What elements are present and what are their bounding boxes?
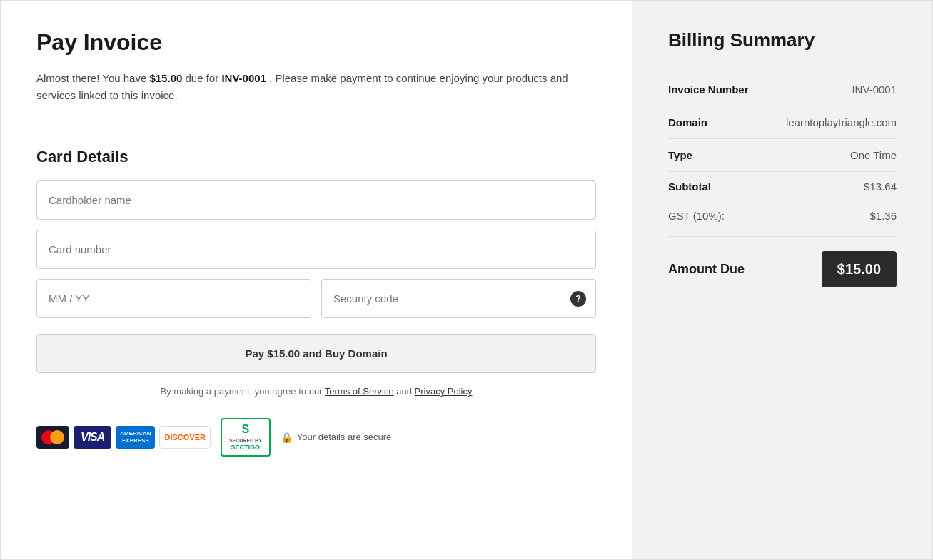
card-badges: VISA AMERICANEXPRESS DISCOVER — [36, 426, 211, 449]
lock-icon: 🔒 — [281, 432, 293, 443]
cardholder-group — [36, 180, 596, 220]
sectigo-line1: SECURED BY — [229, 437, 262, 444]
mc-circle-right — [50, 430, 64, 444]
type-value: One Time — [850, 149, 897, 161]
amount-due-row: Amount Due $15.00 — [668, 236, 897, 302]
security-code-input[interactable] — [321, 279, 596, 318]
intro-invoice-id: INV-0001 — [221, 72, 266, 84]
divider — [36, 126, 596, 126]
security-wrapper: ? — [321, 279, 596, 318]
terms-middle: and — [394, 386, 415, 397]
footer-badges: VISA AMERICANEXPRESS DISCOVER S SECURED … — [36, 418, 596, 457]
card-number-input[interactable] — [36, 230, 596, 269]
privacy-policy-link[interactable]: Privacy Policy — [415, 386, 473, 397]
amex-badge: AMERICANEXPRESS — [116, 426, 155, 449]
intro-text: Almost there! You have $15.00 due for IN… — [36, 70, 596, 104]
sectigo-s: S — [229, 422, 262, 437]
secure-text-label: Your details are secure — [297, 432, 392, 442]
left-panel: Pay Invoice Almost there! You have $15.0… — [1, 1, 632, 559]
subtotal-label: Subtotal — [668, 180, 711, 193]
right-panel: Billing Summary Invoice Number INV-0001 … — [632, 1, 932, 559]
invoice-number-value: INV-0001 — [852, 83, 897, 96]
expiry-group — [36, 279, 311, 318]
subtotal-value: $13.64 — [864, 180, 897, 193]
gst-label: GST (10%): — [668, 210, 725, 222]
page-title: Pay Invoice — [36, 29, 596, 56]
card-number-group — [36, 230, 596, 269]
secure-text-container: 🔒 Your details are secure — [281, 432, 392, 443]
card-details-title: Card Details — [36, 148, 596, 166]
terms-of-service-link[interactable]: Terms of Service — [325, 386, 394, 397]
gst-row: GST (10%): $1.36 — [668, 201, 897, 230]
sectigo-line2: SECTIGO — [229, 444, 262, 452]
amount-due-label: Amount Due — [668, 262, 745, 277]
sectigo-badge: S SECURED BY SECTIGO — [221, 418, 271, 457]
mastercard-circles — [41, 430, 64, 444]
intro-before: Almost there! You have — [36, 72, 149, 84]
billing-rows: Invoice Number INV-0001 Domain learntopl… — [668, 73, 897, 172]
subtotal-row: Subtotal $13.64 — [668, 172, 897, 201]
amount-due-badge: $15.00 — [822, 251, 897, 287]
intro-amount: $15.00 — [149, 72, 182, 84]
terms-prefix: By making a payment, you agree to our — [161, 386, 325, 397]
mastercard-badge — [36, 426, 69, 449]
discover-badge: DISCOVER — [159, 426, 210, 449]
expiry-input[interactable] — [36, 279, 311, 318]
intro-middle: due for — [182, 72, 221, 84]
type-label: Type — [668, 149, 692, 161]
invoice-number-row: Invoice Number INV-0001 — [668, 73, 897, 106]
visa-badge: VISA — [74, 426, 111, 449]
domain-value: learntoplaytriangle.com — [786, 116, 897, 128]
page-container: Pay Invoice Almost there! You have $15.0… — [0, 0, 933, 560]
billing-title: Billing Summary — [668, 29, 897, 51]
terms-text: By making a payment, you agree to our Te… — [36, 386, 596, 397]
expiry-security-row: ? — [36, 279, 596, 318]
gst-value: $1.36 — [869, 210, 897, 222]
security-group: ? — [321, 279, 596, 318]
domain-label: Domain — [668, 116, 707, 128]
domain-row: Domain learntoplaytriangle.com — [668, 106, 897, 139]
pay-button[interactable]: Pay $15.00 and Buy Domain — [36, 334, 596, 373]
type-row: Type One Time — [668, 139, 897, 172]
security-help-icon[interactable]: ? — [570, 291, 586, 307]
invoice-number-label: Invoice Number — [668, 83, 749, 96]
cardholder-input[interactable] — [36, 180, 596, 220]
